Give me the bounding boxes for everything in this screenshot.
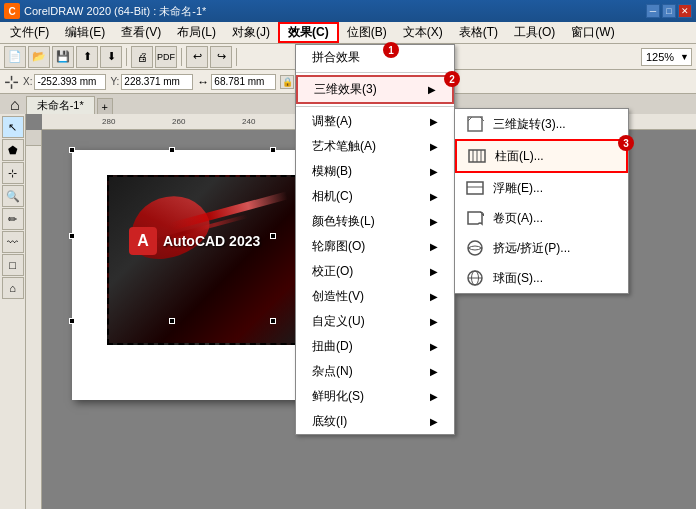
num1-box: 30.7 (375, 74, 403, 90)
menu-text[interactable]: 文本(X) (395, 22, 451, 43)
y-input[interactable] (121, 74, 193, 90)
menu-bitmap[interactable]: 位图(B) (339, 22, 395, 43)
ruler-corner (26, 130, 42, 146)
sel-handle-tr (270, 147, 276, 153)
size-group: ↔ (197, 74, 276, 90)
tab-bar: ⌂ 未命名-1* + (0, 94, 696, 114)
tab-label: 未命名-1* (37, 98, 84, 113)
zoom-dropdown-arrow[interactable]: ▼ (678, 52, 691, 62)
close-button[interactable]: ✕ (678, 4, 692, 18)
y-coord-group: Y: (110, 74, 193, 90)
left-toolbox: ↖ ⬟ ⊹ 🔍 ✏ 〰 □ ⌂ (0, 114, 26, 509)
x-input[interactable] (34, 74, 106, 90)
sel-handle-ml (69, 233, 75, 239)
width-input[interactable] (211, 74, 276, 90)
autocad-a-icon: A (129, 227, 157, 255)
menu-window[interactable]: 窗口(W) (563, 22, 622, 43)
canvas-area[interactable]: 280 260 240 A AutoCAD 2023 (26, 114, 696, 509)
toolbar-separator-2 (181, 48, 182, 66)
height-input[interactable] (306, 74, 371, 90)
autocad-splash-image: A AutoCAD 2023 (107, 175, 307, 345)
upload-button[interactable]: ⬆ (76, 46, 98, 68)
zoom-value: 125% (642, 51, 678, 63)
document-tab[interactable]: 未命名-1* (26, 96, 95, 114)
open-button[interactable]: 📂 (28, 46, 50, 68)
undo-button[interactable]: ↩ (186, 46, 208, 68)
menu-bar: 文件(F) 编辑(E) 查看(V) 布局(L) 对象(J) 效果(C) 位图(B… (0, 22, 696, 44)
pointer-tool[interactable]: ↖ (2, 116, 24, 138)
sel-handle-br (270, 318, 276, 324)
sel-handle-bl (69, 318, 75, 324)
sel-handle-mr (270, 233, 276, 239)
height-icon: ↕ (298, 75, 304, 89)
download-button[interactable]: ⬇ (100, 46, 122, 68)
main-toolbar: 📄 📂 💾 ⬆ ⬇ 🖨 PDF ↩ ↪ 125% ▼ (0, 44, 696, 70)
ruler-num-260: 260 (172, 117, 185, 126)
minimize-button[interactable]: ─ (646, 4, 660, 18)
print-button[interactable]: 🖨 (131, 46, 153, 68)
window-title: CorelDRAW 2020 (64-Bit) : 未命名-1* (24, 4, 646, 19)
home-icon-tool: ⌂ (2, 277, 24, 299)
new-tab-button[interactable]: + (97, 98, 113, 114)
x-coord-group: X: (23, 74, 106, 90)
window-controls[interactable]: ─ □ ✕ (646, 4, 692, 18)
select-tool-icon: ⊹ (4, 71, 19, 93)
menu-table[interactable]: 表格(T) (451, 22, 506, 43)
menu-file[interactable]: 文件(F) (2, 22, 57, 43)
crop-tool[interactable]: ⊹ (2, 162, 24, 184)
height-group: ↕ (298, 74, 371, 90)
main-area: ↖ ⬟ ⊹ 🔍 ✏ 〰 □ ⌂ 280 260 240 (0, 114, 696, 509)
width-icon: ↔ (197, 75, 209, 89)
horizontal-ruler: 280 260 240 (42, 114, 696, 130)
zoom-level-box[interactable]: 125% ▼ (641, 48, 692, 66)
menu-object[interactable]: 对象(J) (224, 22, 278, 43)
menu-layout[interactable]: 布局(L) (169, 22, 224, 43)
zoom-tool[interactable]: 🔍 (2, 185, 24, 207)
shape-tool[interactable]: ⬟ (2, 139, 24, 161)
calligraphy-tool[interactable]: 〰 (2, 231, 24, 253)
menu-edit[interactable]: 编辑(E) (57, 22, 113, 43)
menu-view[interactable]: 查看(V) (113, 22, 169, 43)
app-icon: C (4, 3, 20, 19)
vertical-ruler (26, 130, 42, 509)
home-icon: ⌂ (10, 96, 24, 114)
canvas-content: A AutoCAD 2023 (42, 130, 696, 509)
x-label: X: (23, 76, 32, 87)
ruler-num-240: 240 (242, 117, 255, 126)
new-button[interactable]: 📄 (4, 46, 26, 68)
toolbar-separator (126, 48, 127, 66)
menu-effects[interactable]: 效果(C) (278, 22, 339, 43)
rectangle-tool[interactable]: □ (2, 254, 24, 276)
menu-tools[interactable]: 工具(O) (506, 22, 563, 43)
autocad-logo: A AutoCAD 2023 (129, 227, 260, 255)
sel-handle-tl (69, 147, 75, 153)
toolbar-separator-3 (236, 48, 237, 66)
canvas-page: A AutoCAD 2023 (72, 150, 422, 400)
publish-button[interactable]: PDF (155, 46, 177, 68)
y-label: Y: (110, 76, 119, 87)
save-button[interactable]: 💾 (52, 46, 74, 68)
ruler-num-280: 280 (102, 117, 115, 126)
num2-box: 30.7 (407, 74, 435, 90)
coords-bar: ⊹ X: Y: ↔ 🔒 ↕ 30.7 30.7 (0, 70, 696, 94)
freehand-tool[interactable]: ✏ (2, 208, 24, 230)
redo-button[interactable]: ↪ (210, 46, 232, 68)
sel-handle-bc (169, 318, 175, 324)
lock-icon[interactable]: 🔒 (280, 75, 294, 89)
sel-handle-tc (169, 147, 175, 153)
maximize-button[interactable]: □ (662, 4, 676, 18)
title-bar: C CorelDRAW 2020 (64-Bit) : 未命名-1* ─ □ ✕ (0, 0, 696, 22)
autocad-label: AutoCAD 2023 (163, 233, 260, 249)
